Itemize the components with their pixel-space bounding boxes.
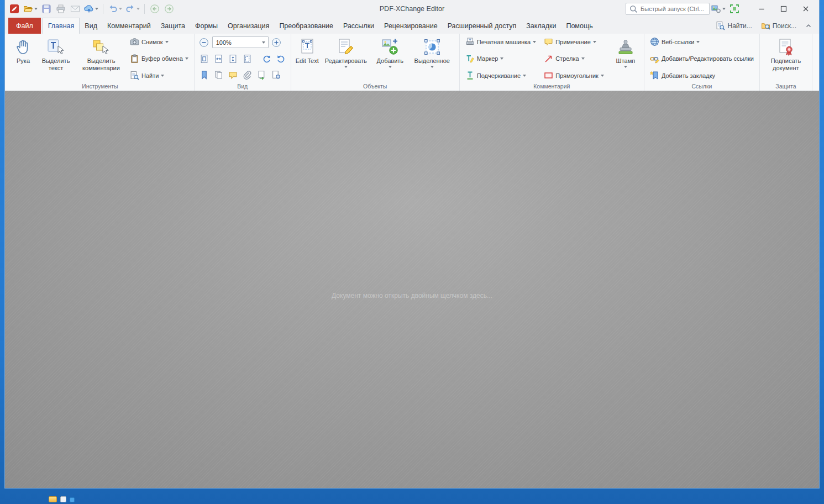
maximize-button[interactable]	[773, 2, 795, 16]
taskbar-icon[interactable]	[60, 496, 66, 502]
tab-bookmarks[interactable]: Закладки	[521, 18, 561, 34]
open-button[interactable]	[22, 2, 39, 15]
tab-organize[interactable]: Организация	[223, 18, 274, 34]
tab-protect[interactable]: Защита	[156, 18, 190, 34]
attachments-pane-button[interactable]	[241, 69, 254, 81]
clipboard-button[interactable]: Буфер обмена	[128, 53, 191, 65]
zoom-level-combobox[interactable]: 100%	[212, 36, 269, 48]
app-menu-button[interactable]	[8, 2, 21, 15]
selected-object-button[interactable]: Выделенное	[408, 36, 456, 68]
tab-review[interactable]: Рецензирование	[379, 18, 443, 34]
undo-button[interactable]	[107, 2, 123, 15]
ribbon-group-protection: Подписать документ Защита	[760, 34, 812, 91]
ribbon-group-tools: Рука Выделить текст Выделить комментарии…	[6, 34, 195, 91]
open-document-hint: Документ можно открыть двойным щелчком з…	[5, 292, 819, 300]
tab-view[interactable]: Вид	[80, 18, 102, 34]
save-button[interactable]	[40, 2, 53, 15]
stamp-button[interactable]: Штамп	[611, 36, 641, 68]
redo-button[interactable]	[124, 2, 141, 15]
highlighter-button[interactable]: Маркер	[463, 53, 538, 65]
customize-toolbars-button[interactable]	[710, 2, 727, 15]
snapshot-button[interactable]: Снимок	[128, 36, 191, 48]
fit-visible-button[interactable]	[227, 53, 239, 65]
rotate-ccw-button[interactable]	[260, 53, 273, 65]
underline-button[interactable]: Подчеркивание	[463, 70, 538, 81]
tab-home[interactable]: Главная	[43, 18, 80, 34]
tabrow-right: Найти... Поиск...	[712, 18, 819, 34]
email-icon	[70, 4, 80, 14]
taskbar-icon[interactable]	[70, 497, 75, 502]
clipboard-label: Буфер обмена	[141, 55, 183, 62]
tab-share[interactable]: Рассылки	[338, 18, 379, 34]
bookmarks-pane-button[interactable]	[198, 69, 211, 81]
tab-forms[interactable]: Формы	[190, 18, 223, 34]
find-tool-button[interactable]: Найти	[128, 70, 191, 81]
quick-launch-input[interactable]	[641, 6, 706, 12]
email-button[interactable]	[69, 2, 82, 15]
edit-text-button[interactable]: Edit Text	[295, 36, 320, 65]
add-object-button[interactable]: Добавить	[372, 36, 408, 68]
selection-icon	[423, 38, 442, 56]
add-bookmark-button[interactable]: Добавить закладку	[648, 70, 756, 81]
pages-icon	[214, 70, 223, 80]
snapshot-label: Снимок	[141, 39, 163, 45]
pages-pane-button[interactable]	[212, 69, 225, 81]
typewriter-button[interactable]: Печатная машинка	[463, 36, 538, 48]
search-icon	[629, 4, 638, 14]
note-button[interactable]: Примечание	[542, 36, 606, 48]
customize-icon	[711, 4, 721, 14]
quick-access-toolbar	[7, 2, 176, 15]
taskbar-icon[interactable]	[49, 496, 57, 502]
back-button[interactable]	[148, 2, 161, 15]
rotate-cw-button[interactable]	[275, 53, 287, 65]
close-button[interactable]	[795, 2, 817, 16]
actual-size-button[interactable]	[198, 53, 211, 65]
comments-pane-button[interactable]	[227, 69, 239, 81]
forward-button[interactable]	[162, 2, 176, 15]
quick-launch-search[interactable]	[626, 3, 710, 15]
tab-file[interactable]: Файл	[8, 18, 41, 34]
group-label-comment: Комментарий	[460, 83, 644, 90]
tab-help[interactable]: Помощь	[561, 18, 597, 34]
tab-comment[interactable]: Комментарий	[102, 18, 156, 34]
add-edit-links-button[interactable]: Добавить/Редактировать ссылки	[648, 53, 756, 65]
zoom-out-button[interactable]	[198, 36, 211, 49]
group-label-objects: Объекты	[291, 83, 459, 90]
edit-object-label: Редактировать	[325, 57, 367, 65]
web-links-button[interactable]: Веб-ссылки	[648, 36, 756, 48]
fit-page-button[interactable]	[241, 53, 254, 65]
select-comments-button[interactable]: Выделить комментарии	[75, 36, 128, 71]
titlebar[interactable]: PDF-XChange Editor	[5, 0, 819, 18]
share-button[interactable]	[83, 2, 99, 15]
typewriter-icon	[465, 37, 475, 46]
group-label-protection: Защита	[760, 83, 812, 90]
toolbar-separator	[103, 4, 103, 14]
chevron-down-icon	[161, 75, 164, 77]
find-button[interactable]: Найти...	[712, 19, 755, 32]
minimize-button[interactable]	[750, 2, 773, 16]
tab-accessibility[interactable]: Расширенный доступ	[443, 18, 522, 34]
zoom-in-button[interactable]	[270, 36, 283, 49]
fullscreen-button[interactable]	[728, 2, 741, 15]
edit-text-label: Edit Text	[296, 57, 319, 65]
collapse-ribbon-button[interactable]	[801, 21, 816, 31]
chevron-down-icon	[581, 57, 585, 60]
highlighter-label: Маркер	[477, 55, 498, 62]
sign-document-button[interactable]: Подписать документ	[763, 36, 809, 71]
zoom-value: 100%	[216, 39, 232, 46]
page-properties-button[interactable]	[270, 69, 282, 81]
print-button[interactable]	[54, 2, 67, 15]
arrow-tool-button[interactable]: Стрелка	[542, 53, 606, 65]
export-page-button[interactable]	[255, 69, 268, 81]
select-text-button[interactable]: Выделить текст	[37, 36, 75, 71]
document-area[interactable]: Документ можно открыть двойным щелчком з…	[5, 91, 819, 488]
group-label-view: Вид	[195, 83, 291, 90]
chevron-down-icon	[500, 57, 503, 60]
tab-convert[interactable]: Преобразование	[274, 18, 338, 34]
edit-object-button[interactable]: Редактировать	[320, 36, 372, 68]
add-object-label: Добавить	[376, 57, 403, 65]
fit-width-button[interactable]	[212, 53, 225, 65]
search-button[interactable]: Поиск...	[757, 19, 800, 32]
hand-tool-button[interactable]: Рука	[9, 36, 37, 65]
rectangle-tool-button[interactable]: Прямоугольник	[542, 70, 606, 81]
